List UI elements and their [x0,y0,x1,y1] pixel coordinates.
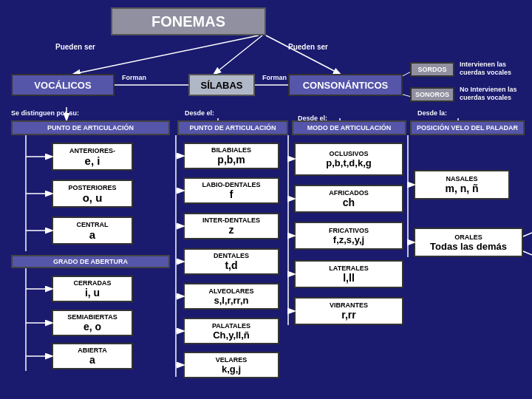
desde-la: Desde la: [417,109,447,117]
laterales-box: LATERALES l,ll [294,260,403,288]
punto-art-left-header: PUNTO DE ARTICULACIÓN [11,120,170,135]
sonoros-box: SONOROS [410,87,454,102]
svg-line-2 [266,35,340,74]
forman-left: Forman [122,74,146,81]
svg-line-0 [74,35,259,74]
labio-dentales-box: LABIO-DENTALES f [183,177,279,204]
pueden-ser-right: Pueden ser [288,43,328,51]
desde-el-1: Desde el: [185,109,214,117]
sordos-desc: Intervienen las cuerdas vocales [460,61,530,77]
punto-art-right-header: PUNTO DE ARTICULACIÓN [177,120,288,135]
modo-art-header: MODO DE ARTICULACIÓN [292,120,406,135]
vocalicos-box: VOCÁLICOS [11,74,115,96]
pueden-ser-left: Pueden ser [55,43,95,51]
forman-right: Forman [262,74,287,81]
nasales-box: NASALES m, n, ñ [414,170,510,200]
svg-line-36 [523,233,532,236]
main-title: FONEMAS [111,7,266,35]
consonanticos-box: CONSONÁNTICOS [288,74,403,96]
alveolares-box: ALVEOLARES s,l,r,rr,n [183,283,279,310]
abierta-box: ABIERTA a [52,343,133,369]
svg-line-37 [523,251,532,255]
svg-line-1 [214,35,262,74]
bilabiales-box: BILABIALES p,b,m [183,143,279,169]
grado-header: GRADO DE ABERTURA [11,255,170,268]
fricativos-box: FRICATIVOS f,z,s,y,j [294,222,403,250]
central-box: CENTRAL a [52,216,133,245]
semiabertas-box: SEMIABIERTAS e, o [52,310,133,336]
oclusivos-box: OCLUSIVOS p,b,t,d,k,g [294,143,403,176]
posteriores-box: POSTERIORES o, u [52,180,133,208]
silabas-box: SÍLABAS [188,74,255,96]
distinguen-label: Se distinguen por su: [11,109,79,117]
velares-box: VELARES k,g,j [183,352,279,378]
inter-dentales-box: INTER-DENTALES z [183,213,279,239]
palatales-box: PALATALES Ch,y,ll,ñ [183,318,279,344]
dentales-box: DENTALES t,d [183,248,279,275]
orales-box: ORALES Todas las demás [414,228,523,257]
vibrantes-box: VIBRANTES r,rr [294,297,403,325]
africados-box: AFRICADOS ch [294,185,403,213]
cerradas-box: CERRADAS i, u [52,276,133,302]
anteriores-box: ANTERIORES- e, i [52,143,133,171]
sordos-box: SORDOS [410,62,454,77]
sonoros-desc: No Intervienen las cuerdas vocales [460,86,530,102]
posicion-velo-header: POSICIÓN VELO DEL PALADAR [410,120,525,135]
